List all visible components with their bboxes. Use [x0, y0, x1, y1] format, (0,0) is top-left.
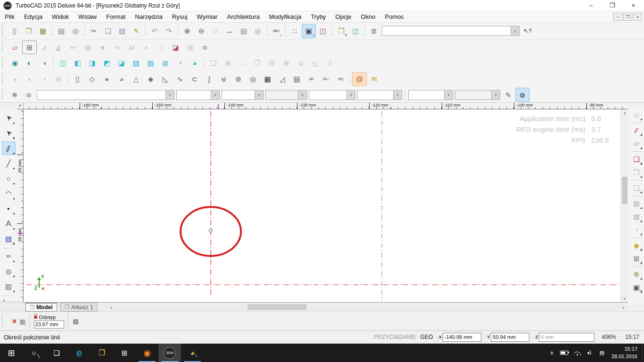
edit-node-tool[interactable]: ➤▪: [2, 126, 16, 140]
eraser-tool[interactable]: ◆+: [630, 239, 643, 252]
menu-modyfikacja[interactable]: Modyfikacja: [264, 11, 306, 22]
paint-app-icon[interactable]: ◕✎: [181, 344, 204, 362]
scroll-down-arrow[interactable]: ∨: [621, 295, 628, 302]
view-bottom-button[interactable]: ◨: [85, 56, 99, 70]
brush-hatch-combo[interactable]: ∨: [357, 90, 402, 100]
tab-scroll-right-button[interactable]: ›: [619, 304, 627, 311]
pen-style-combo[interactable]: ∨: [37, 90, 174, 100]
convert-pattern-tool[interactable]: ⊞◿: [630, 252, 643, 265]
windows-store-icon[interactable]: ⊞: [113, 344, 136, 362]
edge-browser-icon[interactable]: e: [68, 344, 91, 362]
tab-scroll-left-button[interactable]: ‹: [107, 304, 115, 311]
taskbar-clock[interactable]: 15:17 28.01.2016: [611, 345, 637, 360]
view-left-button[interactable]: ▧: [129, 56, 143, 70]
sphere-tool[interactable]: ◍: [2, 264, 16, 278]
camera-3d-button[interactable]: ◫: [348, 24, 363, 38]
text-tool[interactable]: A: [2, 217, 16, 230]
firefox-icon[interactable]: ◉: [136, 344, 158, 362]
view-iso-se-button[interactable]: ◕: [187, 56, 202, 70]
mdi-restore-button[interactable]: ❐: [623, 13, 632, 21]
print-preview-button[interactable]: ◎: [68, 24, 83, 38]
boolean-subtract-button[interactable]: ◐: [22, 56, 37, 70]
helix-3d-button[interactable]: ∿: [173, 72, 187, 86]
menu-pomoc[interactable]: Pomoc: [380, 11, 408, 22]
task-view-button[interactable]: ❏: [45, 344, 68, 362]
spline-3d-button[interactable]: 3D∫: [333, 72, 348, 86]
compress-tool[interactable]: ⊛: [630, 268, 643, 280]
text-size-combo[interactable]: ∨: [455, 90, 500, 100]
context-help-button[interactable]: ↖?: [520, 24, 535, 38]
undo-button[interactable]: ↶: [148, 24, 162, 38]
menu-format[interactable]: Format: [101, 11, 130, 22]
camera-path-tool[interactable]: ▣↗: [630, 281, 643, 294]
polyline-3d-tool[interactable]: 3D: [2, 249, 16, 263]
arc-tool[interactable]: ◠: [2, 187, 16, 200]
ime-icon[interactable]: ▤: [600, 350, 604, 356]
workplane-origin-button[interactable]: ⊞: [22, 41, 37, 54]
draw-order-pencil-button[interactable]: ✎: [501, 88, 515, 102]
parallel-line-tool[interactable]: ∥: [2, 141, 16, 155]
render-mode-button[interactable]: ⊚: [515, 88, 529, 102]
box-3d-button[interactable]: ▯: [70, 72, 85, 86]
turbocad-taskbar-icon[interactable]: 2015: [158, 344, 181, 362]
menu-widok[interactable]: Widok: [47, 11, 74, 22]
minimize-button[interactable]: –: [580, 0, 602, 11]
network-icon[interactable]: [574, 351, 581, 355]
lock-icon[interactable]: [34, 316, 37, 319]
view-right-button[interactable]: ▨: [143, 56, 158, 70]
dropdown-arrow-icon[interactable]: ∨: [211, 90, 219, 99]
zoom-extents-button[interactable]: ↔: [223, 24, 237, 38]
coil-3d-button[interactable]: ⊂: [187, 72, 202, 86]
dropdown-arrow-icon[interactable]: ∨: [511, 26, 519, 35]
plane-tri-button[interactable]: ◿: [275, 72, 289, 86]
checkered-flag-icon[interactable]: ▨: [73, 318, 79, 325]
line-pattern-combo[interactable]: ∨: [222, 90, 264, 100]
workplane-by-entity-button[interactable]: ▱: [8, 41, 22, 54]
menu-edycja[interactable]: Edycja: [19, 11, 47, 22]
menu-okno[interactable]: Okno: [356, 11, 380, 22]
drawing-canvas[interactable]: Application time (ms)0.6RED engine time …: [24, 109, 620, 302]
symbols-library-button[interactable]: ❐↰: [334, 24, 348, 38]
facet-editor-button[interactable]: ◪: [168, 41, 183, 54]
mdi-minimize-button[interactable]: –: [613, 13, 622, 21]
grid-toggle-button[interactable]: ∷: [288, 24, 302, 38]
address-book-button[interactable]: @: [352, 72, 367, 86]
hemisphere-button[interactable]: ◕: [114, 72, 129, 86]
vertical-scrollbar[interactable]: ∧ ∨: [620, 109, 628, 302]
view-iso-ne-button[interactable]: ◍: [158, 56, 173, 70]
arc-3d-button[interactable]: 3D∩: [319, 72, 333, 86]
dropdown-arrow-icon[interactable]: ∨: [165, 90, 174, 99]
cancel-icon[interactable]: ×: [12, 317, 17, 326]
copy-button[interactable]: ❏: [101, 24, 115, 38]
snap-mode-button[interactable]: ▣Y: [302, 24, 316, 38]
search-button[interactable]: ○╲: [23, 344, 45, 362]
boolean-union-button[interactable]: ◉: [8, 56, 22, 70]
visual-style-button[interactable]: ≣: [367, 24, 381, 38]
pen-width-combo[interactable]: ∨: [176, 90, 220, 100]
menu-wstaw[interactable]: Wstaw: [74, 11, 101, 22]
dropdown-arrow-icon[interactable]: ∨: [444, 90, 453, 99]
close-button[interactable]: ×: [623, 0, 644, 11]
view-iso-nw-button[interactable]: ◔: [173, 56, 187, 70]
dropdown-arrow-icon[interactable]: ∨: [347, 90, 355, 99]
hatch-tool[interactable]: ▧▱: [2, 232, 16, 246]
extrude-tool[interactable]: ▥: [2, 280, 16, 293]
paste-button[interactable]: ▨: [115, 24, 129, 38]
torus-half-button[interactable]: ⊎: [216, 72, 231, 86]
cone-3d-button[interactable]: △: [129, 72, 143, 86]
open-file-button[interactable]: ❐: [22, 24, 36, 38]
workplane-stack-button[interactable]: ≋: [22, 88, 36, 102]
dropdown-arrow-icon[interactable]: ∨: [393, 90, 402, 99]
brush-style-combo[interactable]: ∨: [309, 90, 355, 100]
menu-architektura[interactable]: Architektura: [222, 11, 264, 22]
stacked-planes-button[interactable]: ≋: [198, 41, 212, 54]
scroll-up-arrow[interactable]: ∧: [621, 109, 628, 117]
washer-button[interactable]: ◎: [246, 72, 260, 86]
horizontal-scroll-thumb[interactable]: [248, 304, 306, 310]
new-file-button[interactable]: ▯: [8, 24, 22, 38]
snap-mode-label[interactable]: PRZYCIĄGANIE: [374, 334, 416, 340]
volume-icon[interactable]: [587, 351, 594, 355]
tab-arkusz-1[interactable]: ❐ Arkusz 1: [60, 303, 98, 312]
restore-button[interactable]: ❐: [602, 0, 623, 11]
dropdown-arrow-icon[interactable]: ∨: [255, 90, 263, 99]
